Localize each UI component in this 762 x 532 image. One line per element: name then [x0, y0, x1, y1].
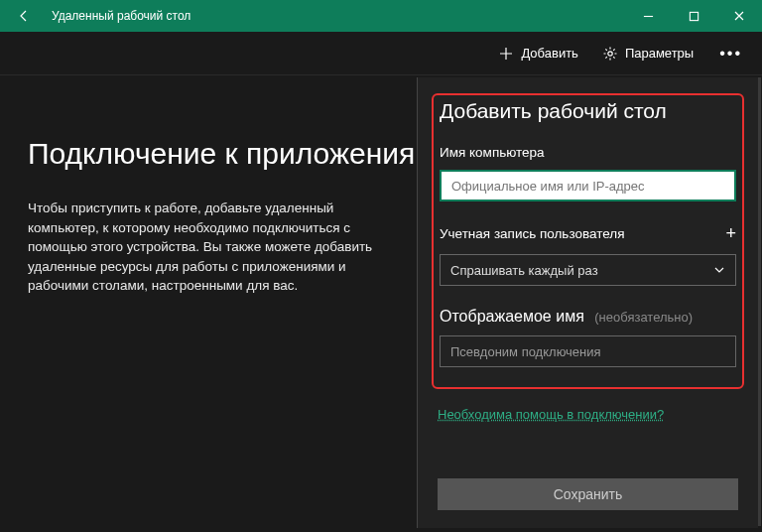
- minimize-button[interactable]: [625, 0, 671, 32]
- ellipsis-icon: •••: [719, 45, 742, 63]
- toolbar: Добавить Параметры •••: [0, 32, 762, 75]
- display-name-input[interactable]: [440, 335, 736, 367]
- minimize-icon: [643, 11, 654, 22]
- chevron-down-icon: [713, 264, 725, 276]
- help-link[interactable]: Необходима помощь в подключении?: [438, 407, 664, 422]
- display-name-optional: (необязательно): [594, 310, 693, 325]
- add-button-label: Добавить: [521, 46, 577, 61]
- window-controls: [625, 0, 762, 32]
- highlight-annotation: Добавить рабочий стол Имя компьютера Уче…: [432, 93, 744, 389]
- arrow-left-icon: [16, 8, 32, 24]
- display-name-label: Отображаемое имя: [440, 308, 584, 325]
- main-area: Подключение к приложениям Чтобы приступи…: [0, 77, 417, 296]
- user-account-value: Спрашивать каждый раз: [450, 263, 598, 278]
- save-button[interactable]: Сохранить: [438, 478, 738, 510]
- more-button[interactable]: •••: [705, 32, 756, 74]
- user-account-label: Учетная запись пользователя: [440, 226, 624, 241]
- scrollbar[interactable]: [758, 77, 761, 526]
- content-area: Подключение к приложениям Чтобы приступи…: [0, 77, 762, 532]
- computer-name-field: Имя компьютера: [440, 145, 736, 201]
- close-button[interactable]: [716, 0, 762, 32]
- titlebar: Удаленный рабочий стол: [0, 0, 762, 32]
- panel-title: Добавить рабочий стол: [440, 99, 736, 123]
- maximize-icon: [689, 11, 699, 22]
- add-desktop-panel: Добавить рабочий стол Имя компьютера Уче…: [417, 77, 758, 528]
- close-icon: [733, 10, 745, 22]
- gear-icon: [602, 46, 618, 62]
- maximize-button[interactable]: [671, 0, 716, 32]
- computer-name-input[interactable]: [440, 170, 736, 201]
- user-account-select[interactable]: Спрашивать каждый раз: [440, 254, 736, 286]
- svg-rect-0: [690, 12, 698, 20]
- add-account-button[interactable]: +: [725, 223, 736, 244]
- window-title: Удаленный рабочий стол: [48, 9, 625, 23]
- user-account-field: Учетная запись пользователя + Спрашивать…: [440, 223, 736, 286]
- settings-button[interactable]: Параметры: [590, 32, 705, 74]
- computer-name-label: Имя компьютера: [440, 145, 736, 160]
- page-title: Подключение к приложениям: [28, 137, 387, 171]
- svg-point-1: [608, 51, 612, 55]
- add-button[interactable]: Добавить: [486, 32, 589, 74]
- settings-button-label: Параметры: [625, 46, 694, 61]
- display-name-field: Отображаемое имя (необязательно): [440, 308, 736, 367]
- page-description: Чтобы приступить к работе, добавьте удал…: [28, 199, 387, 296]
- back-button[interactable]: [0, 0, 48, 32]
- plus-icon: [498, 46, 514, 62]
- panel-footer: Сохранить: [418, 468, 758, 528]
